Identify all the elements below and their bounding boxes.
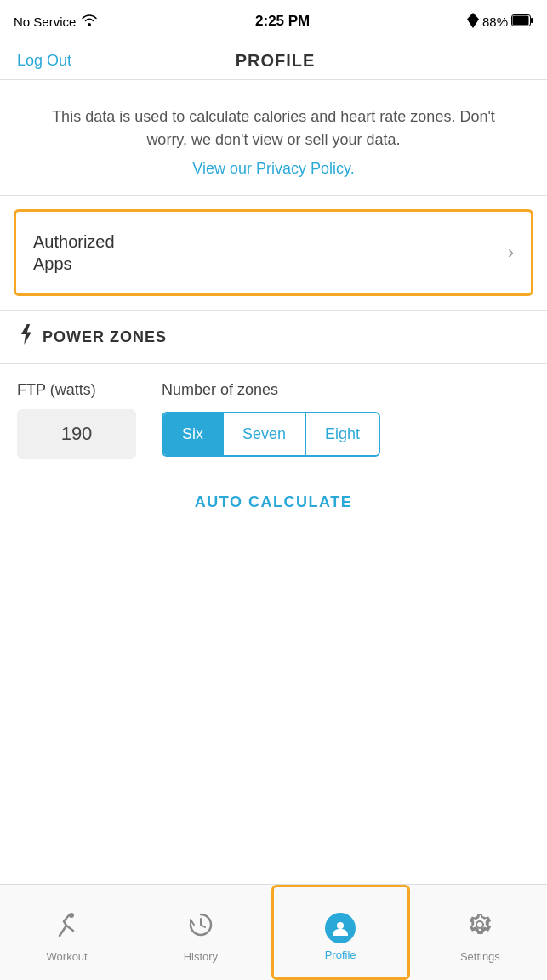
tab-workout[interactable]: Workout (0, 885, 134, 980)
logout-button[interactable]: Log Out (17, 52, 71, 70)
tab-history[interactable]: History (134, 885, 267, 980)
authorized-apps-label: AuthorizedApps (33, 231, 115, 275)
tab-settings[interactable]: Settings (413, 885, 547, 980)
tab-bar: Workout History Profile (0, 884, 547, 980)
battery-icon (511, 14, 533, 29)
privacy-section: This data is used to calculate calories … (0, 80, 547, 196)
profile-icon (325, 913, 356, 943)
ftp-input[interactable] (17, 409, 136, 459)
status-bar: No Service 2:25 PM 88% (0, 0, 547, 43)
power-zones-header: POWER ZONES (0, 310, 547, 364)
zone-seven-button[interactable]: Seven (224, 413, 306, 455)
auto-calculate-section: AUTO CALCULATE (0, 476, 547, 528)
workout-tab-label: Workout (47, 950, 88, 963)
workout-icon (53, 910, 82, 945)
svg-point-5 (337, 922, 344, 929)
ftp-zones-controls: Six Seven Eight (17, 409, 530, 459)
privacy-text: This data is used to calculate calories … (34, 105, 513, 151)
privacy-policy-link[interactable]: View our Privacy Policy. (192, 160, 354, 177)
location-icon (467, 13, 479, 31)
wifi-icon (81, 13, 98, 30)
settings-icon (465, 910, 494, 945)
settings-tab-label: Settings (460, 950, 500, 963)
svg-rect-2 (512, 15, 528, 25)
main-content: This data is used to calculate calories … (0, 80, 547, 528)
profile-tab-label: Profile (325, 949, 356, 961)
chevron-right-icon: › (508, 242, 514, 264)
zone-eight-button[interactable]: Eight (306, 413, 379, 455)
nav-header: Log Out PROFILE (0, 43, 547, 80)
svg-marker-3 (21, 324, 31, 345)
zone-six-button[interactable]: Six (163, 413, 224, 455)
zones-toggle: Six Seven Eight (162, 412, 380, 457)
tab-profile[interactable]: Profile (271, 885, 410, 980)
ftp-zones-section: FTP (watts) Number of zones Six Seven Ei… (0, 364, 547, 476)
status-time: 2:25 PM (255, 13, 310, 30)
history-icon (186, 910, 215, 945)
profile-icon-circle (325, 913, 356, 943)
status-left: No Service (14, 13, 98, 30)
svg-rect-1 (531, 18, 533, 23)
page-title: PROFILE (236, 51, 316, 71)
bolt-icon (17, 324, 34, 350)
carrier-text: No Service (14, 14, 76, 29)
zones-label: Number of zones (162, 381, 278, 399)
auto-calculate-button[interactable]: AUTO CALCULATE (195, 493, 352, 511)
authorized-apps-section: AuthorizedApps › (14, 209, 533, 296)
battery-percentage: 88% (482, 14, 508, 29)
ftp-zones-labels: FTP (watts) Number of zones (17, 381, 530, 399)
ftp-label: FTP (watts) (17, 381, 136, 399)
authorized-apps-button[interactable]: AuthorizedApps › (16, 212, 531, 293)
power-zones-title: POWER ZONES (43, 328, 167, 346)
status-right: 88% (467, 13, 533, 31)
history-tab-label: History (184, 950, 218, 963)
